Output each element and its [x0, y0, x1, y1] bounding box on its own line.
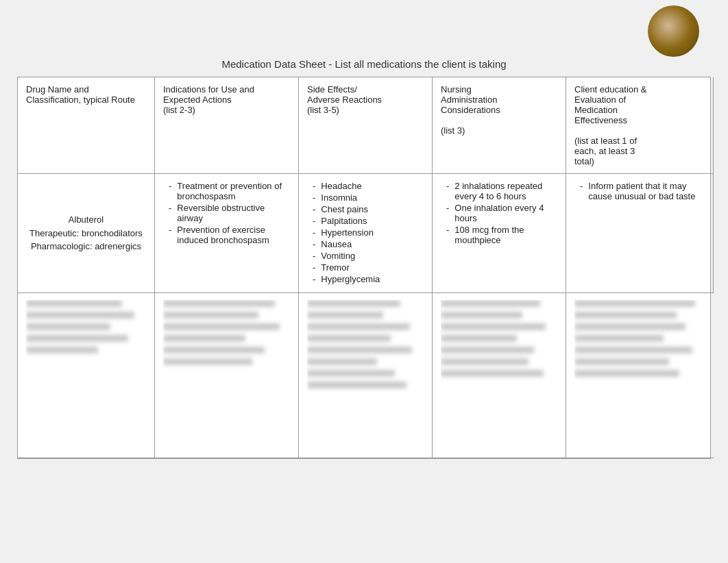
row1-nursing-cell: 2 inhalations repeated every 4 to 6 hour…: [433, 174, 566, 293]
row2-education-cell: [566, 293, 714, 458]
row2-nursing-blurred: [441, 300, 557, 451]
row1-drug-text: Albuterol Therapeutic: bronchodilators P…: [29, 213, 143, 253]
header-drug: Drug Name and Classification, typical Ro…: [18, 77, 155, 174]
header-indications: Indications for Use and Expected Actions…: [155, 77, 299, 174]
row1-education-list: Inform patient that it may cause unusual…: [574, 181, 705, 201]
header-drug-label: Drug Name and Classification, typical Ro…: [26, 84, 135, 105]
list-item: Tremor: [307, 262, 424, 273]
logo-area: [632, 3, 714, 58]
header-nursing-label: NursingAdministrationConsiderations(list…: [441, 84, 500, 136]
row2-nursing-cell: [433, 293, 566, 458]
list-item: Inform patient that it may cause unusual…: [574, 181, 705, 201]
table-grid: Drug Name and Classification, typical Ro…: [18, 77, 710, 458]
row1-drug-therapeutic: Therapeutic: bronchodilators: [29, 228, 143, 238]
list-item: Prevention of exercise induced bronchosp…: [163, 225, 290, 245]
row1-education-cell: Inform patient that it may cause unusual…: [566, 174, 714, 293]
row2-drug-blurred: [26, 300, 146, 451]
row2-education-blurred: [574, 300, 705, 451]
header-nursing: NursingAdministrationConsiderations(list…: [433, 77, 566, 174]
list-item: Reversible obstructive airway: [163, 203, 290, 223]
row2-indications-blurred: [163, 300, 290, 451]
header-indications-label: Indications for Use and Expected Actions…: [163, 84, 254, 115]
row2-side-effects-cell: [299, 293, 433, 458]
row1-nursing-list: 2 inhalations repeated every 4 to 6 hour…: [441, 181, 557, 245]
header-education-label: Client education &Evaluation ofMedicatio…: [574, 84, 647, 166]
medication-table: Drug Name and Classification, typical Ro…: [17, 77, 711, 459]
row1-side-effects-cell: Headache Insomnia Chest pains Palpitatio…: [299, 174, 433, 293]
row1-indications-cell: Treatment or prevention of bronchospasm …: [155, 174, 299, 293]
header-education: Client education &Evaluation ofMedicatio…: [566, 77, 714, 174]
list-item: Treatment or prevention of bronchospasm: [163, 181, 290, 201]
header-side-effects-label: Side Effects/Adverse Reactions(list 3-5): [307, 84, 382, 115]
list-item: Headache: [307, 181, 424, 191]
page: Medication Data Sheet - List all medicat…: [0, 0, 728, 563]
row2-indications-cell: [155, 293, 299, 458]
row2-side-effects-blurred: [307, 300, 424, 451]
row2-drug-cell: [18, 293, 155, 458]
row1-side-effects-list: Headache Insomnia Chest pains Palpitatio…: [307, 181, 424, 284]
row1-drug-name: Albuterol: [69, 214, 104, 225]
list-item: Nausea: [307, 239, 424, 249]
list-item: Chest pains: [307, 204, 424, 214]
list-item: Vomiting: [307, 251, 424, 261]
list-item: Hypertension: [307, 227, 424, 238]
page-title: Medication Data Sheet - List all medicat…: [0, 0, 728, 77]
row1-drug-cell: Albuterol Therapeutic: bronchodilators P…: [18, 174, 155, 293]
list-item: One inhalation every 4 hours: [441, 203, 557, 223]
list-item: Hyperglycemia: [307, 274, 424, 284]
header-side-effects: Side Effects/Adverse Reactions(list 3-5): [299, 77, 433, 174]
list-item: 108 mcg from the mouthpiece: [441, 225, 557, 245]
logo-icon: [648, 5, 699, 57]
list-item: Insomnia: [307, 192, 424, 203]
row1-indications-list: Treatment or prevention of bronchospasm …: [163, 181, 290, 245]
row1-drug-pharmacologic: Pharmacologic: adrenergics: [31, 241, 141, 251]
list-item: 2 inhalations repeated every 4 to 6 hour…: [441, 181, 557, 201]
list-item: Palpitations: [307, 216, 424, 226]
